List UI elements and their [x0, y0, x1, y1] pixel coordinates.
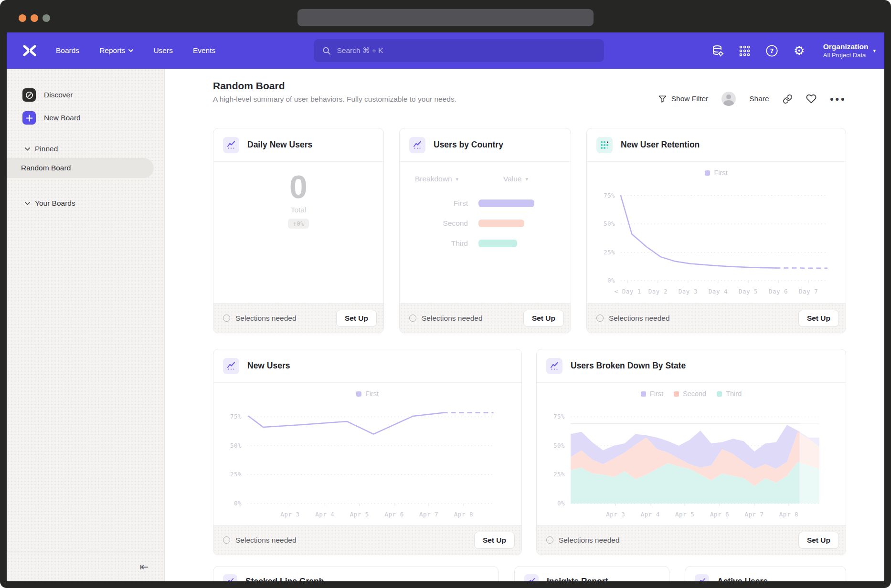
line-chart-icon: [409, 137, 425, 153]
page-title: Random Board: [213, 80, 456, 92]
svg-text:25%: 25%: [553, 471, 565, 478]
status-text: Selections needed: [546, 536, 620, 545]
svg-text:50%: 50%: [604, 220, 615, 227]
org-switcher[interactable]: Organization All Project Data ▾: [823, 42, 876, 59]
svg-text:25%: 25%: [230, 471, 242, 478]
legend-label: First: [650, 390, 663, 398]
metric-value: 0: [289, 169, 308, 204]
card-title: New Users: [247, 361, 290, 371]
svg-text:Day 5: Day 5: [739, 288, 758, 295]
svg-text:0%: 0%: [607, 277, 615, 284]
svg-text:Apr 3: Apr 3: [280, 511, 299, 518]
radio-unselected-icon: [546, 536, 553, 544]
card-users-by-state: Users Broken Down By State FirstSecondTh…: [536, 349, 846, 555]
value-dropdown[interactable]: Value▾: [503, 175, 528, 183]
country-bar-row: First: [400, 199, 534, 208]
avatar[interactable]: [721, 92, 736, 106]
window-close-button[interactable]: [19, 14, 26, 22]
sidebar-item-random-board[interactable]: Random Board: [7, 158, 154, 178]
search-input[interactable]: [336, 46, 595, 55]
section-label: Your Boards: [35, 199, 75, 208]
copy-link-button[interactable]: [783, 94, 793, 104]
svg-text:Apr 4: Apr 4: [315, 511, 334, 518]
card-title: Daily New Users: [247, 140, 312, 150]
chevron-down-icon: ▾: [526, 176, 529, 182]
set-up-button[interactable]: Set Up: [523, 310, 564, 327]
funnel-icon: [658, 94, 667, 104]
card-active-users: Active Users: [685, 566, 846, 581]
svg-text:50%: 50%: [553, 442, 565, 449]
board-main: Random Board A high-level summary of use…: [165, 69, 884, 581]
chevron-down-icon: [128, 49, 133, 52]
retention-chart: 75%50%25%0%< Day 1Day 2Day 3Day 4Day 5Da…: [594, 179, 838, 300]
radio-unselected-icon: [223, 315, 230, 322]
legend-item[interactable]: First: [705, 169, 727, 177]
legend-item[interactable]: First: [356, 390, 379, 398]
show-filter-button[interactable]: Show Filter: [658, 94, 709, 104]
set-up-button[interactable]: Set Up: [336, 310, 377, 327]
collapse-sidebar-button[interactable]: ⇤: [135, 558, 154, 575]
svg-text:Day 6: Day 6: [769, 288, 788, 295]
nav-link-users[interactable]: Users: [153, 46, 172, 55]
card-title: Stacked Line Graph: [245, 577, 324, 582]
set-up-button[interactable]: Set Up: [474, 532, 515, 549]
apps-grid-icon[interactable]: [738, 43, 752, 58]
status-text: Selections needed: [223, 314, 297, 323]
sidebar-section-your-boards[interactable]: Your Boards: [25, 199, 75, 208]
help-icon[interactable]: ?: [765, 43, 779, 58]
breakdown-dropdown[interactable]: Breakdown▾: [415, 175, 458, 183]
data-management-icon[interactable]: [711, 43, 725, 58]
chevron-down-icon: [25, 202, 30, 205]
card-new-users: New Users First 75%50%25%0%Apr 3Apr 4Apr…: [213, 349, 522, 555]
line-chart-icon: [223, 574, 237, 581]
discover-compass-icon: [22, 88, 36, 102]
mixpanel-logo-icon[interactable]: [22, 44, 37, 57]
svg-text:50%: 50%: [230, 442, 242, 449]
window-zoom-button[interactable]: [42, 14, 50, 22]
set-up-button[interactable]: Set Up: [798, 532, 839, 549]
card-title: New User Retention: [621, 140, 700, 150]
svg-text:Day 2: Day 2: [648, 288, 668, 295]
legend-item[interactable]: First: [641, 390, 663, 398]
chevron-down-icon: ▾: [873, 48, 876, 54]
sidebar-item-label: Discover: [44, 91, 73, 99]
sidebar-item-new-board[interactable]: New Board: [22, 111, 81, 125]
legend-swatch: [705, 170, 710, 176]
legend-item[interactable]: Third: [717, 390, 742, 398]
card-daily-new-users: Daily New Users 0 Total ↑0% Selections n…: [213, 128, 384, 333]
window-minimize-button[interactable]: [31, 14, 38, 22]
sidebar-item-discover[interactable]: Discover: [22, 88, 73, 102]
legend-item[interactable]: Second: [674, 390, 706, 398]
svg-text:Apr 7: Apr 7: [744, 511, 764, 518]
svg-text:0%: 0%: [557, 500, 565, 507]
chart-legend: FirstSecondThird: [537, 388, 846, 399]
section-label: Pinned: [35, 145, 58, 153]
line-chart-icon: [524, 574, 539, 581]
legend-label: First: [365, 390, 379, 398]
settings-gear-icon[interactable]: ⚙: [792, 43, 806, 58]
card-title: Users Broken Down By State: [571, 361, 686, 371]
line-chart-icon: [695, 574, 709, 581]
nav-link-reports[interactable]: Reports: [99, 46, 133, 55]
more-options-button[interactable]: ●●●: [830, 95, 846, 103]
retention-grid-icon: [596, 137, 613, 153]
address-bar[interactable]: [297, 9, 594, 26]
status-text: Selections needed: [223, 536, 297, 545]
chart-legend: First: [587, 167, 846, 178]
share-button[interactable]: Share: [749, 94, 769, 103]
favorite-button[interactable]: [806, 94, 817, 104]
set-up-button[interactable]: Set Up: [798, 310, 839, 327]
app-window: BoardsReportsUsersEvents: [7, 32, 884, 581]
sidebar-section-pinned[interactable]: Pinned: [25, 144, 58, 154]
status-text: Selections needed: [409, 314, 483, 323]
country-bar-row: Second: [400, 219, 524, 228]
search-bar[interactable]: [314, 39, 604, 62]
card-title: Insights Report: [547, 577, 608, 582]
svg-text:75%: 75%: [604, 192, 615, 199]
bar-label: Third: [400, 239, 474, 248]
window-controls[interactable]: [19, 14, 50, 22]
nav-link-events[interactable]: Events: [193, 46, 215, 55]
svg-text:Apr 6: Apr 6: [385, 511, 404, 518]
nav-link-boards[interactable]: Boards: [56, 46, 79, 55]
plus-icon: [22, 111, 36, 125]
